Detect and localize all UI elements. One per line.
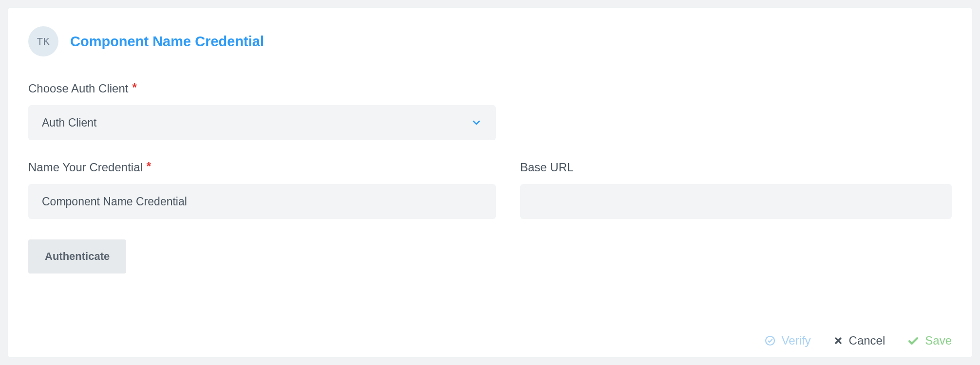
verify-label: Verify (782, 334, 811, 347)
required-mark: * (132, 81, 136, 94)
header-row: TK Component Name Credential (28, 26, 952, 56)
authenticate-button[interactable]: Authenticate (28, 239, 126, 274)
credential-card: TK Component Name Credential Choose Auth… (8, 8, 972, 357)
auth-client-label: Choose Auth Client* (28, 82, 496, 95)
footer-actions: Verify Cancel Save (764, 334, 952, 347)
auth-client-select[interactable]: Auth Client (28, 105, 496, 140)
verify-button[interactable]: Verify (764, 334, 811, 347)
cancel-button[interactable]: Cancel (833, 334, 886, 347)
credential-name-label: Name Your Credential* (28, 161, 496, 174)
required-mark: * (147, 160, 151, 173)
base-url-input[interactable] (520, 184, 952, 219)
credential-name-input[interactable] (28, 184, 496, 219)
save-label: Save (925, 334, 952, 347)
base-url-group: Base URL (520, 161, 952, 219)
credential-name-group: Name Your Credential* (28, 161, 496, 219)
page-title: Component Name Credential (70, 34, 264, 50)
check-circle-icon (764, 335, 776, 347)
chevron-down-icon (471, 117, 482, 128)
save-button[interactable]: Save (907, 334, 952, 347)
svg-point-0 (766, 336, 774, 345)
auth-client-group: Choose Auth Client* Auth Client (28, 82, 496, 140)
check-icon (907, 335, 919, 347)
avatar: TK (28, 26, 58, 56)
avatar-initials: TK (37, 36, 50, 47)
cancel-label: Cancel (849, 334, 886, 347)
base-url-label: Base URL (520, 161, 952, 174)
close-icon (833, 336, 843, 346)
auth-client-selected: Auth Client (42, 116, 471, 129)
